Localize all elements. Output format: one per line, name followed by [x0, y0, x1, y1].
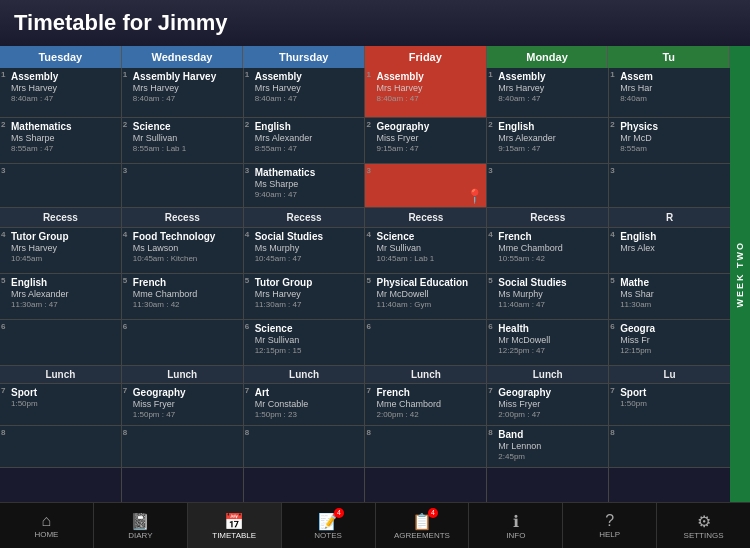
subject-name: Geogra	[620, 322, 728, 335]
cell-tu-row9[interactable]: 8	[609, 426, 730, 468]
cell-thursday-row5[interactable]: 5Tutor GroupMrs Harvey11:30am : 47	[244, 274, 365, 320]
cell-monday-row5[interactable]: 5Social StudiesMs Murphy11:40am : 47	[487, 274, 608, 320]
teacher-name: Ms Shar	[620, 289, 728, 300]
cell-wednesday-row8[interactable]: 7GeographyMiss Fryer1:50pm : 47	[122, 384, 243, 426]
cell-monday-row3[interactable]: Recess	[487, 208, 608, 228]
cell-wednesday-row2[interactable]: 3	[122, 164, 243, 208]
cell-tuesday-row8[interactable]: 7Sport1:50pm	[0, 384, 121, 426]
day-headers-row: TuesdayWednesdayThursdayFridayMondayTu	[0, 46, 730, 68]
cell-tu-row2[interactable]: 3	[609, 164, 730, 208]
cell-friday-row1[interactable]: 2GeographyMiss Fryer9:15am : 47	[365, 118, 486, 164]
cell-wednesday-row7[interactable]: Lunch	[122, 366, 243, 384]
cell-monday-row8[interactable]: 7GeographyMiss Fryer2:00pm : 47	[487, 384, 608, 426]
teacher-name: Miss Fryer	[376, 133, 484, 144]
cell-friday-row2[interactable]: 3📍	[365, 164, 486, 208]
nav-item-info[interactable]: ℹINFO	[469, 503, 563, 548]
nav-icon-home: ⌂	[42, 512, 52, 529]
period-number: 6	[366, 322, 370, 331]
cell-monday-row0[interactable]: 1AssemblyMrs Harvey8:40am : 47	[487, 68, 608, 118]
period-time: 1:50pm : 23	[255, 410, 363, 420]
recess-label: Recess	[165, 212, 200, 223]
cell-friday-row0[interactable]: 1AssemblyMrs Harvey8:40am : 47	[365, 68, 486, 118]
lunch-label: Lunch	[411, 369, 441, 380]
cell-thursday-row0[interactable]: 1AssemblyMrs Harvey8:40am : 47	[244, 68, 365, 118]
cell-tuesday-row0[interactable]: 1AssemblyMrs Harvey8:40am : 47	[0, 68, 121, 118]
cell-thursday-row4[interactable]: 4Social StudiesMs Murphy10:45am : 47	[244, 228, 365, 274]
cell-monday-row7[interactable]: Lunch	[487, 366, 608, 384]
period-time: 10:55am : 42	[498, 254, 606, 264]
cell-tu-row3[interactable]: R	[609, 208, 730, 228]
nav-item-settings[interactable]: ⚙SETTINGS	[657, 503, 750, 548]
cell-tu-row4[interactable]: 4EnglishMrs Alex	[609, 228, 730, 274]
subject-name: Assem	[620, 70, 728, 83]
subject-name: French	[498, 230, 606, 243]
cell-tu-row7[interactable]: Lu	[609, 366, 730, 384]
cell-tuesday-row5[interactable]: 5EnglishMrs Alexander11:30am : 47	[0, 274, 121, 320]
period-time: 2:45pm	[498, 452, 606, 462]
cell-thursday-row8[interactable]: 7ArtMr Constable1:50pm : 23	[244, 384, 365, 426]
cell-wednesday-row9[interactable]: 8	[122, 426, 243, 468]
cell-tu-row6[interactable]: 6GeograMiss Fr12:15pm	[609, 320, 730, 366]
cell-thursday-row7[interactable]: Lunch	[244, 366, 365, 384]
teacher-name: Mr McDowell	[376, 289, 484, 300]
subject-name: Social Studies	[498, 276, 606, 289]
cell-wednesday-row0[interactable]: 1Assembly HarveyMrs Harvey8:40am : 47	[122, 68, 243, 118]
cell-tuesday-row1[interactable]: 2MathematicsMs Sharpe8:55am : 47	[0, 118, 121, 164]
day-col-monday: 1AssemblyMrs Harvey8:40am : 472EnglishMr…	[487, 68, 609, 502]
cell-monday-row4[interactable]: 4FrenchMme Chambord10:55am : 42	[487, 228, 608, 274]
recess-label: Recess	[43, 212, 78, 223]
nav-item-agreements[interactable]: 📋4AGREEMENTS	[376, 503, 470, 548]
cell-tuesday-row2[interactable]: 3	[0, 164, 121, 208]
cell-friday-row7[interactable]: Lunch	[365, 366, 486, 384]
cell-friday-row6[interactable]: 6	[365, 320, 486, 366]
cell-thursday-row2[interactable]: 3MathematicsMs Sharpe9:40am : 47	[244, 164, 365, 208]
cell-wednesday-row5[interactable]: 5FrenchMme Chambord11:30am : 42	[122, 274, 243, 320]
nav-item-timetable[interactable]: 📅TIMETABLE	[188, 503, 282, 548]
cell-tu-row0[interactable]: 1AssemMrs Har8:40am	[609, 68, 730, 118]
cell-wednesday-row3[interactable]: Recess	[122, 208, 243, 228]
cell-friday-row9[interactable]: 8	[365, 426, 486, 468]
period-time: 8:55am : Lab 1	[133, 144, 241, 154]
nav-item-notes[interactable]: 📝4NOTES	[282, 503, 376, 548]
cell-thursday-row3[interactable]: Recess	[244, 208, 365, 228]
cell-monday-row1[interactable]: 2EnglishMrs Alexander9:15am : 47	[487, 118, 608, 164]
cell-tuesday-row6[interactable]: 6	[0, 320, 121, 366]
cell-tuesday-row4[interactable]: 4Tutor GroupMrs Harvey10:45am	[0, 228, 121, 274]
cell-monday-row2[interactable]: 3	[487, 164, 608, 208]
cell-tuesday-row7[interactable]: Lunch	[0, 366, 121, 384]
cell-tu-row8[interactable]: 7Sport1:50pm	[609, 384, 730, 426]
cell-tu-row1[interactable]: 2PhysicsMr McD8:55am	[609, 118, 730, 164]
cell-friday-row5[interactable]: 5Physical EducationMr McDowell11:40am : …	[365, 274, 486, 320]
teacher-name: Mrs Harvey	[11, 83, 119, 94]
teacher-name: Ms Murphy	[498, 289, 606, 300]
cell-wednesday-row1[interactable]: 2ScienceMr Sullivan8:55am : Lab 1	[122, 118, 243, 164]
teacher-name: Mme Chambord	[376, 399, 484, 410]
cell-thursday-row9[interactable]: 8	[244, 426, 365, 468]
cell-wednesday-row6[interactable]: 6	[122, 320, 243, 366]
cell-tuesday-row3[interactable]: Recess	[0, 208, 121, 228]
cell-tu-row5[interactable]: 5MatheMs Shar11:30am	[609, 274, 730, 320]
nav-item-home[interactable]: ⌂HOME	[0, 503, 94, 548]
cell-monday-row9[interactable]: 8BandMr Lennon2:45pm	[487, 426, 608, 468]
nav-item-help[interactable]: ?HELP	[563, 503, 657, 548]
cell-friday-row8[interactable]: 7FrenchMme Chambord2:00pm : 42	[365, 384, 486, 426]
subject-name: Assembly	[255, 70, 363, 83]
period-time: 2:00pm : 47	[498, 410, 606, 420]
subject-name: Social Studies	[255, 230, 363, 243]
cell-thursday-row1[interactable]: 2EnglishMrs Alexander8:55am : 47	[244, 118, 365, 164]
cell-friday-row3[interactable]: Recess	[365, 208, 486, 228]
teacher-name: Mrs Alexander	[255, 133, 363, 144]
period-number: 1	[1, 70, 5, 79]
cell-monday-row6[interactable]: 6HealthMr McDowell12:25pm : 47	[487, 320, 608, 366]
week-label-col: WEEK TWO	[730, 46, 750, 502]
week-label: WEEK TWO	[735, 241, 745, 308]
cell-friday-row4[interactable]: 4ScienceMr Sullivan10:45am : Lab 1	[365, 228, 486, 274]
period-number: 3	[366, 166, 370, 175]
nav-label-agreements: AGREEMENTS	[394, 531, 450, 540]
period-number: 6	[488, 322, 492, 331]
nav-item-diary[interactable]: 📓DIARY	[94, 503, 188, 548]
cell-thursday-row6[interactable]: 6ScienceMr Sullivan12:15pm : 15	[244, 320, 365, 366]
subject-name: Sport	[11, 386, 119, 399]
cell-tuesday-row9[interactable]: 8	[0, 426, 121, 468]
cell-wednesday-row4[interactable]: 4Food TechnologyMs Lawson10:45am : Kitch…	[122, 228, 243, 274]
